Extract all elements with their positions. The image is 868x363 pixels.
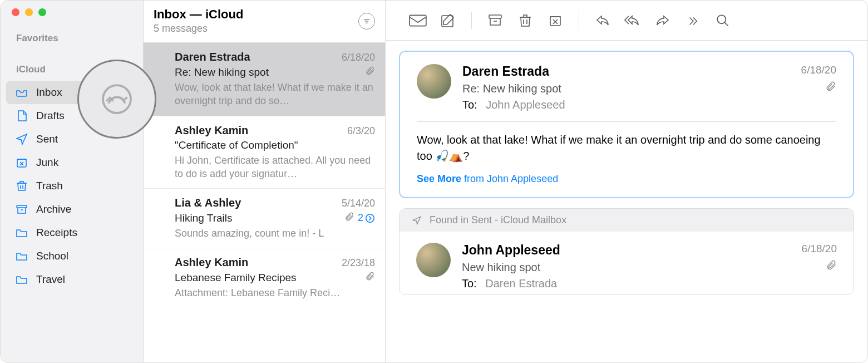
message-date: 2/23/18 [342,257,375,269]
svg-rect-4 [410,15,426,26]
inbox-icon [15,86,28,99]
junk-icon [15,156,28,169]
drafts-icon [15,109,28,122]
message-row[interactable]: Lia & Ashley 5/14/20 Hiking Trails 2 Sou… [144,189,385,248]
detail-to-label: To: [462,99,477,111]
detail-subject: Re: New hiking spot [462,82,790,95]
sidebar-item-label: Receipts [36,227,77,239]
detail-to-value: Daren Estrada [485,277,557,290]
detail-to-label: To: [462,277,477,290]
compose-button[interactable] [438,11,458,31]
message-preview: Attachment: Lebanese Family Reci… [175,286,375,300]
message-preview: Hi John, Certificate is attached. All yo… [175,154,375,181]
message-list-pane: Inbox — iCloud 5 messages Daren Estrada … [143,1,386,362]
filter-button[interactable] [358,13,375,30]
trash-icon [15,179,28,193]
message-sender: Daren Estrada [175,51,250,63]
avatar [417,64,451,99]
detail-pane: Daren Estrada Re: New hiking spot To: Jo… [386,1,867,362]
message-card-primary: Daren Estrada Re: New hiking spot To: Jo… [399,51,854,198]
sidebar-item-label: Trash [36,180,63,192]
folder-icon [15,226,28,239]
detail-date: 6/18/20 [802,243,837,255]
message-date: 6/3/20 [347,125,375,137]
svg-point-3 [366,214,374,222]
message-date: 6/18/20 [342,52,375,63]
message-row[interactable]: Ashley Kamin 2/23/18 Lebanese Family Rec… [144,248,385,307]
sidebar-item-school[interactable]: School [6,244,137,268]
junk-button[interactable] [545,11,565,31]
sidebar-item-archive[interactable]: Archive [6,198,137,221]
message-preview: Wow, look at that lake! What if we make … [175,81,375,108]
paperclip-icon [365,66,375,79]
found-in-bar: Found in Sent - iCloud Mailbox [400,209,854,232]
window-controls [1,8,143,30]
mailbox-subtitle: 5 messages [154,23,243,35]
sidebar: Favorites iCloud Inbox Drafts Sent Junk … [1,1,143,362]
toolbar [386,1,867,41]
message-list-header: Inbox — iCloud 5 messages [144,1,385,43]
folder-icon [15,273,28,286]
archive-button[interactable] [485,11,505,31]
sidebar-item-junk[interactable]: Junk [6,151,137,174]
sidebar-item-label: Travel [36,273,65,286]
message-date: 5/14/20 [342,198,375,209]
message-row[interactable]: Ashley Kamin 6/3/20 "Certificate of Comp… [144,116,385,189]
delete-button[interactable] [515,11,535,31]
sidebar-item-receipts[interactable]: Receipts [6,221,137,244]
message-body: Wow, look at that lake! What if we make … [417,132,836,164]
message-preview: Sounds amazing, count me in! - L [175,227,375,240]
detail-date: 6/18/20 [801,64,836,76]
sent-icon [412,215,422,225]
archive-icon [15,203,28,216]
minimize-button[interactable] [25,8,33,16]
message-card-secondary: Found in Sent - iCloud Mailbox John Appl… [399,208,854,295]
close-button[interactable] [12,8,19,16]
sidebar-item-trash[interactable]: Trash [6,174,137,198]
avatar [416,243,451,277]
message-subject: Hiking Trails [175,212,232,224]
message-row[interactable]: Daren Estrada 6/18/20 Re: New hiking spo… [144,43,385,116]
mark-unread-button[interactable] [408,11,428,31]
more-button[interactable] [683,11,703,31]
detail-from: John Appleseed [462,243,791,258]
message-sender: Lia & Ashley [175,197,241,209]
message-sender: Ashley Kamin [175,124,248,137]
favorites-section-label: Favorites [1,30,143,50]
detail-subject: New hiking spot [462,261,791,274]
message-subject: Re: New hiking spot [175,66,269,79]
reply-button[interactable] [593,11,613,31]
see-more-link[interactable]: See More from John Appleseed [417,173,836,185]
detail-to-value: John Appleseed [486,99,565,111]
sidebar-item-label: Drafts [36,110,65,122]
sidebar-item-label: Junk [36,156,58,169]
sidebar-item-label: Inbox [36,86,62,99]
reply-all-button[interactable] [623,11,643,31]
toolbar-separator [579,12,579,29]
paperclip-icon [344,212,354,224]
sidebar-item-label: School [36,250,68,262]
sidebar-item-label: Archive [36,203,71,215]
handoff-icon [100,82,134,116]
message-sender: Ashley Kamin [175,256,248,269]
svg-rect-1 [17,205,27,208]
handoff-highlight [77,60,156,139]
search-button[interactable] [713,11,733,31]
detail-from: Daren Estrada [462,64,790,79]
thread-count-badge[interactable]: 2 [358,212,375,224]
message-subject: Lebanese Family Recipes [175,272,297,284]
maximize-button[interactable] [38,8,46,16]
toolbar-separator [471,12,472,29]
mail-window: Favorites iCloud Inbox Drafts Sent Junk … [0,0,868,363]
folder-icon [15,249,28,263]
sidebar-item-label: Sent [36,133,58,145]
svg-point-8 [717,15,726,23]
paperclip-icon [802,259,837,273]
svg-rect-6 [489,15,501,18]
paperclip-icon [365,271,375,284]
sidebar-item-travel[interactable]: Travel [6,268,137,291]
forward-button[interactable] [653,11,673,31]
paperclip-icon [801,81,836,94]
message-subject: "Certificate of Completion" [175,139,298,151]
sent-icon [15,133,28,146]
